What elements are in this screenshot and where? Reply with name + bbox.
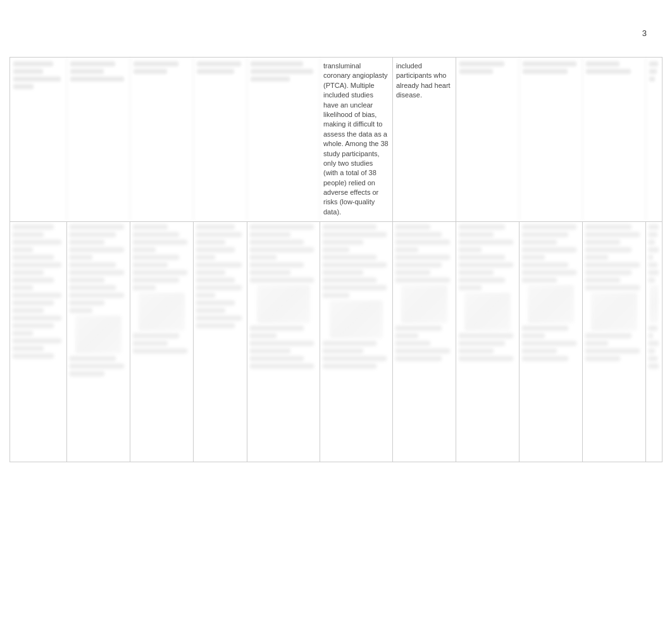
col-7-top-text: included participants who already had he… xyxy=(393,58,456,221)
bottom-col-8 xyxy=(456,222,520,462)
col-6-content: transluminal coronary angioplasty (PTCA)… xyxy=(323,62,389,216)
bottom-col-11 xyxy=(646,222,662,462)
col-4-top xyxy=(194,58,247,221)
bottom-col-3 xyxy=(130,222,194,462)
main-table: transluminal coronary angioplasty (PTCA)… xyxy=(9,57,663,462)
bottom-col-1 xyxy=(10,222,67,462)
bottom-col-6 xyxy=(320,222,393,462)
top-data-row: transluminal coronary angioplasty (PTCA)… xyxy=(10,58,662,222)
bottom-col-10 xyxy=(583,222,646,462)
bottom-col-2 xyxy=(67,222,130,462)
bottom-col-5 xyxy=(247,222,320,462)
col-7-content: included participants who already had he… xyxy=(396,62,451,99)
col-10-top xyxy=(583,58,646,221)
col-3-top xyxy=(130,58,194,221)
bottom-col-7 xyxy=(393,222,456,462)
page-number: 3 xyxy=(642,28,647,38)
col-8-top xyxy=(456,58,520,221)
col-5-top xyxy=(247,58,320,221)
col-9-top xyxy=(520,58,583,221)
bottom-data-section xyxy=(10,222,662,462)
col-1-top xyxy=(10,58,67,221)
bottom-col-4 xyxy=(194,222,247,462)
col-6-top-text: transluminal coronary angioplasty (PTCA)… xyxy=(320,58,393,221)
col-2-top xyxy=(67,58,130,221)
bottom-col-9 xyxy=(520,222,583,462)
col-11-top xyxy=(646,58,662,221)
